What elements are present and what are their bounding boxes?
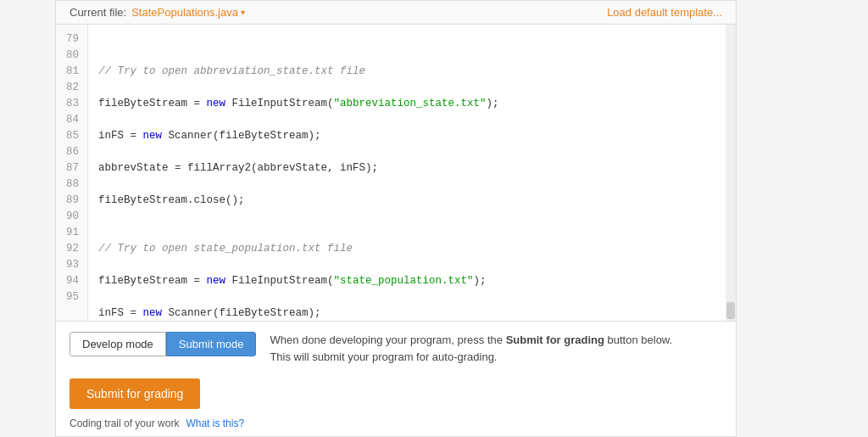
code-line: inFS = new Scanner(fileByteStream); <box>98 305 719 321</box>
content-area: Current file: StatePopulations.java ▾ Lo… <box>55 0 737 437</box>
current-file-label: Current file: <box>70 6 126 19</box>
main-container: Current file: StatePopulations.java ▾ Lo… <box>0 0 868 437</box>
file-header: Current file: StatePopulations.java ▾ Lo… <box>56 1 736 25</box>
file-header-left: Current file: StatePopulations.java ▾ <box>70 6 245 19</box>
code-lines: // Try to open abbreviation_state.txt fi… <box>88 25 726 321</box>
mode-desc-bold: Submit for grading <box>506 333 604 346</box>
code-line: fileByteStream = new FileInputStream("st… <box>98 273 719 289</box>
code-line: abbrevState = fillArray2(abbrevState, in… <box>98 160 719 176</box>
coding-trail-label: Coding trail of your work <box>70 417 179 429</box>
coding-trail: Coding trail of your work What is this? <box>70 417 722 429</box>
code-line: fileByteStream.close(); <box>98 193 719 209</box>
code-line: // Try to open state_population.txt file <box>98 241 719 257</box>
line-numbers: 79 80 81 82 83 84 85 86 87 88 89 90 91 9… <box>56 25 88 321</box>
mode-desc-before: When done developing your program, press… <box>270 333 505 346</box>
mode-description: When done developing your program, press… <box>270 332 693 365</box>
right-panel <box>737 0 868 437</box>
develop-mode-button[interactable]: Develop mode <box>70 332 166 356</box>
file-dropdown-arrow[interactable]: ▾ <box>241 8 245 17</box>
code-editor[interactable]: 79 80 81 82 83 84 85 86 87 88 89 90 91 9… <box>56 25 736 322</box>
code-line: // Try to open abbreviation_state.txt fi… <box>98 64 719 80</box>
submit-for-grading-button[interactable]: Submit for grading <box>70 378 200 409</box>
scrollbar-right[interactable] <box>726 25 736 321</box>
bottom-panel: Develop mode Submit mode When done devel… <box>56 322 736 436</box>
code-line: inFS = new Scanner(fileByteStream); <box>98 128 719 144</box>
load-template-link[interactable]: Load default template... <box>607 6 722 19</box>
what-is-this-link[interactable]: What is this? <box>186 417 244 429</box>
scrollbar-thumb[interactable] <box>726 302 735 319</box>
mode-buttons: Develop mode Submit mode <box>70 332 256 356</box>
code-line: fileByteStream = new FileInputStream("ab… <box>98 96 719 112</box>
submit-mode-button[interactable]: Submit mode <box>166 332 257 356</box>
modes-row: Develop mode Submit mode When done devel… <box>70 332 722 365</box>
left-panel <box>0 0 55 437</box>
file-name: StatePopulations.java ▾ <box>131 6 245 19</box>
code-content: 79 80 81 82 83 84 85 86 87 88 89 90 91 9… <box>56 25 736 321</box>
